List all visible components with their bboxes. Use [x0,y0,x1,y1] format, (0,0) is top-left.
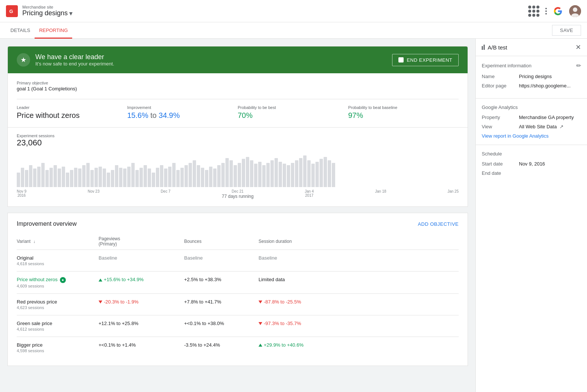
ga-title: Google Analytics [482,105,581,110]
sidebar: A/B test ✕ Experiment information ✏ Name… [475,39,587,392]
chart-bar [189,163,192,187]
user-avatar[interactable] [569,5,581,17]
improvement-overview-card: Improvement overview ADD OBJECTIVE Varia… [7,213,468,366]
app-title: Pricing designs ▾ [22,9,528,17]
pageviews-cell: +12.1% to +25.8% [99,315,184,337]
variant-sessions: 4,612 sessions [17,327,99,331]
property-value: Merchandise GA property [519,115,581,120]
chart-bar [291,163,294,187]
tab-reporting[interactable]: REPORTING [35,22,72,39]
chart-bar [139,168,143,187]
chart-bar [144,165,147,187]
chart-bar [209,167,212,187]
chart-bar [176,170,180,187]
chart-bar [168,167,171,187]
chart-bar [238,163,241,187]
sidebar-title: A/B test [482,44,507,51]
variant-sessions: 4,623 sessions [17,305,99,310]
chart-bar [201,168,204,187]
session-duration-cell: +29.9% to +40.6% [259,337,459,358]
sidebar-close-button[interactable]: ✕ [575,44,581,51]
chart-bar [135,170,139,187]
chart-bar [78,168,81,187]
chart-bar [275,158,278,187]
end-date-value [519,170,581,176]
pageviews-cell: Baseline [99,250,184,271]
chart-bar [287,165,290,187]
bounces-cell: Baseline [184,250,259,271]
end-date-row: End date [482,170,581,176]
bounces-cell: +<0.1% to +38.0% [184,315,259,337]
chart-bar [94,168,98,187]
variant-name: Green sale price [17,321,99,326]
col-header-variant: Variant ↓ [17,233,99,250]
google-logo [553,6,563,16]
topbar: G Merchandise site Pricing designs ▾ [0,0,587,22]
variant-name: Red previous price [17,299,99,305]
down-arrow [259,301,262,303]
up-arrow [99,279,102,282]
chart-bar [234,165,237,187]
add-objective-button[interactable]: ADD OBJECTIVE [418,221,459,227]
session-duration-cell: -87.8% to -25.5% [259,293,459,315]
variant-sessions: 4,618 sessions [17,261,99,266]
chart-bar [103,168,106,187]
table-row: Green sale price4,612 sessions+12.1% to … [17,315,459,337]
start-date-row: Start date Nov 9, 2016 [482,161,581,167]
apps-icon[interactable] [528,6,539,17]
more-options-icon[interactable] [545,8,547,15]
chart-bar [86,163,90,187]
app-subtitle: Merchandise site [22,5,528,9]
ab-test-icon [482,45,485,50]
improvement-label: Improvement [127,105,238,110]
tabs-bar: DETAILS REPORTING SAVE [0,22,587,39]
chart-bar [74,168,77,187]
chart-area: Experiment sessions 23,060 Nov 92016 Nov… [8,127,468,206]
prob-baseline-label: Probability to beat baseline [348,105,459,110]
stat-prob-baseline: Probability to beat baseline 97% [348,105,459,120]
table-row: Original4,618 sessionsBaselineBaselineBa… [17,250,459,271]
view-report-link[interactable]: View report in Google Analytics [482,133,581,139]
svg-point-3 [573,7,577,12]
chart-bar [230,160,233,187]
chart-bar [193,160,196,187]
chart-bar [164,168,167,187]
chart-bars [17,154,459,187]
chart-bar [33,168,36,187]
tab-details[interactable]: DETAILS [6,22,35,39]
stats-row: Leader Price without zeros Improvement 1… [17,99,459,120]
experiment-card: ★ We have a clear leader It's now safe t… [7,46,468,207]
down-arrow [99,301,102,303]
variant-sessions: 4,598 sessions [17,348,99,353]
pageviews-cell: +<0.1% to +1.4% [99,337,184,358]
chart-bar [299,158,302,187]
chart-bar [62,167,65,187]
chart-bar [54,165,57,187]
chart-bar [283,164,286,187]
leader-value: Price without zeros [17,111,127,120]
sidebar-editor-value: https://shop.googleme... [519,83,581,89]
col-header-bounces: Bounces [184,233,259,250]
sidebar-editor-label: Editor page [482,83,519,89]
experiment-info-title: Experiment information ✏ [482,62,581,69]
schedule-section: Schedule Start date Nov 9, 2016 End date [476,145,587,186]
property-row: Property Merchandise GA property [482,115,581,120]
bounces-cell: -3.5% to +24.4% [184,337,259,358]
chart-bar [197,165,200,187]
experiment-info-section: Experiment information ✏ Name Pricing de… [476,56,587,99]
stats-section: Primary objective goal 1 (Goal 1 Complet… [8,73,468,123]
sessions-label: Experiment sessions [17,134,459,138]
save-button[interactable]: SAVE [552,25,581,36]
chart-bar [242,159,245,187]
chart-bar [250,160,253,187]
end-experiment-button[interactable]: END EXPERIMENT [392,54,459,66]
title-dropdown-icon[interactable]: ▾ [69,9,73,17]
main-content: ★ We have a clear leader It's now safe t… [0,39,475,392]
chart-bar [29,165,32,187]
chart-bar [49,168,53,187]
chart-bar [45,170,49,187]
edit-icon[interactable]: ✏ [576,62,581,69]
down-arrow [259,322,262,325]
chart-bar [221,163,225,187]
sidebar-name-row: Name Pricing designs [482,74,581,79]
